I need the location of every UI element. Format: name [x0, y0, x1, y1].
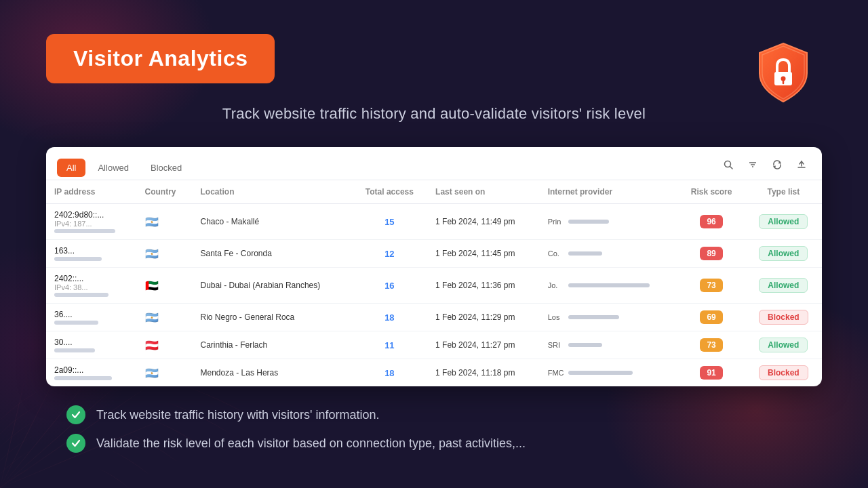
cell-country: 🇦🇪 [137, 268, 193, 304]
col-lastseen: Last seen on [427, 180, 540, 204]
svg-line-10 [730, 167, 733, 169]
cell-country: 🇦🇷 [137, 359, 193, 387]
cell-provider: Co. [540, 240, 678, 268]
cell-lastseen: 1 Feb 2024, 11:45 pm [427, 240, 540, 268]
cell-access: 12 [352, 240, 427, 268]
cell-location: Carinthia - Ferlach [193, 331, 352, 359]
cell-ip: 2a09::... [46, 359, 137, 387]
cell-location: Dubai - Dubai (Arabian Ranches) [193, 268, 352, 304]
table-toolbar: All Allowed Blocked [46, 147, 822, 180]
toolbar-actions [719, 155, 811, 180]
cell-country: 🇦🇹 [137, 331, 193, 359]
col-type: Type list [745, 180, 822, 204]
cell-risk: 91 [678, 359, 745, 387]
tab-blocked[interactable]: Blocked [141, 159, 191, 177]
analytics-table-card: All Allowed Blocked [46, 147, 822, 386]
cell-ip: 36.... [46, 304, 137, 331]
search-button[interactable] [719, 155, 738, 174]
cell-type: Blocked [745, 304, 822, 331]
col-access: Total access [352, 180, 427, 204]
cell-country: 🇦🇷 [137, 204, 193, 240]
col-risk: Risk score [678, 180, 745, 204]
cell-provider: FMC [540, 359, 678, 387]
cell-lastseen: 1 Feb 2024, 11:49 pm [427, 204, 540, 240]
cell-type: Allowed [745, 268, 822, 304]
cell-risk: 89 [678, 240, 745, 268]
cell-access: 18 [352, 304, 427, 331]
search-icon [724, 160, 733, 169]
export-button[interactable] [792, 155, 811, 174]
col-provider: Internet provider [540, 180, 678, 204]
cell-lastseen: 1 Feb 2024, 11:36 pm [427, 268, 540, 304]
cell-country: 🇦🇷 [137, 304, 193, 331]
col-ip: IP address [46, 180, 137, 204]
cell-access: 11 [352, 331, 427, 359]
cell-risk: 96 [678, 204, 745, 240]
cell-type: Allowed [745, 331, 822, 359]
cell-location: Santa Fe - Coronda [193, 240, 352, 268]
col-location: Location [193, 180, 352, 204]
cell-ip: 2402:9d80::... IPv4: 187... [46, 204, 137, 240]
cell-provider: Prin [540, 204, 678, 240]
cell-provider: Los [540, 304, 678, 331]
cell-risk: 73 [678, 268, 745, 304]
cell-type: Allowed [745, 204, 822, 240]
check-icon [66, 434, 85, 453]
check-icon [66, 405, 85, 424]
tab-all[interactable]: All [57, 159, 85, 177]
export-icon [797, 160, 806, 169]
cell-risk: 69 [678, 304, 745, 331]
cell-location: Chaco - Makallé [193, 204, 352, 240]
cell-location: Rio Negro - General Roca [193, 304, 352, 331]
cell-lastseen: 1 Feb 2024, 11:18 pm [427, 359, 540, 387]
cell-lastseen: 1 Feb 2024, 11:27 pm [427, 331, 540, 359]
cell-location: Mendoza - Las Heras [193, 359, 352, 387]
page-subtitle: Track website traffic history and auto-v… [46, 105, 822, 123]
refresh-button[interactable] [768, 155, 787, 174]
cell-access: 15 [352, 204, 427, 240]
filter-icon [748, 160, 757, 169]
feature-text: Track website traffic history with visit… [96, 408, 380, 422]
visitors-table: IP address Country Location Total access… [46, 180, 822, 386]
features-list: Track website traffic history with visit… [46, 405, 822, 453]
tab-allowed[interactable]: Allowed [88, 159, 138, 177]
title-badge: Visitor Analytics [46, 34, 275, 83]
refresh-icon [772, 160, 782, 169]
table-row[interactable]: 30.... 🇦🇹 Carinthia - Ferlach 11 1 Feb 2… [46, 331, 822, 359]
table-row[interactable]: 163... 🇦🇷 Santa Fe - Coronda 12 1 Feb 20… [46, 240, 822, 268]
cell-access: 16 [352, 268, 427, 304]
cell-ip: 2402::... IPv4: 38... [46, 268, 137, 304]
cell-country: 🇦🇷 [137, 240, 193, 268]
cell-risk: 73 [678, 331, 745, 359]
cell-provider: Jo. [540, 268, 678, 304]
table-row[interactable]: 2402:9d80::... IPv4: 187... 🇦🇷 Chaco - M… [46, 204, 822, 240]
page-title: Visitor Analytics [73, 46, 248, 70]
table-row[interactable]: 2a09::... 🇦🇷 Mendoza - Las Heras 18 1 Fe… [46, 359, 822, 387]
table-row[interactable]: 36.... 🇦🇷 Rio Negro - General Roca 18 1 … [46, 304, 822, 331]
cell-type: Allowed [745, 240, 822, 268]
feature-text: Validate the risk level of each visitor … [96, 436, 526, 451]
col-country: Country [137, 180, 193, 204]
cell-type: Blocked [745, 359, 822, 387]
filter-button[interactable] [743, 155, 762, 174]
cell-provider: SRI [540, 331, 678, 359]
cell-ip: 163... [46, 240, 137, 268]
table-row[interactable]: 2402::... IPv4: 38... 🇦🇪 Dubai - Dubai (… [46, 268, 822, 304]
cell-access: 18 [352, 359, 427, 387]
cell-ip: 30.... [46, 331, 137, 359]
feature-item: Validate the risk level of each visitor … [66, 434, 822, 453]
cell-lastseen: 1 Feb 2024, 11:29 pm [427, 304, 540, 331]
feature-item: Track website traffic history with visit… [66, 405, 822, 424]
